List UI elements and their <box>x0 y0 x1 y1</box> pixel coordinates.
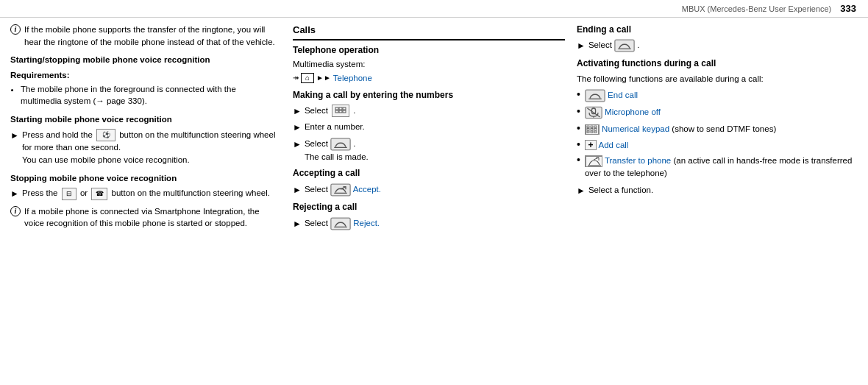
arrow-3: ► <box>293 105 302 118</box>
info-icon-2: i <box>10 206 21 216</box>
final-step-label: Select a function. <box>588 186 653 194</box>
ending-period: . <box>637 40 639 49</box>
dot-2: • <box>577 106 580 116</box>
info-text-2: If a mobile phone is connected via Smart… <box>24 205 278 230</box>
end-call-icon <box>585 89 605 102</box>
stop-button-icon1: ⊟ <box>62 188 77 200</box>
ending-title: Ending a call <box>577 24 858 36</box>
making-call-title: Making a call by entering the numbers <box>293 89 565 102</box>
reject-link[interactable]: Reject. <box>353 219 380 227</box>
end-call-link[interactable]: End call <box>608 91 638 99</box>
content-area: i If the mobile phone supports the trans… <box>0 18 868 385</box>
accepting-step-label: Select <box>305 185 328 194</box>
arrow-5: ► <box>293 138 302 151</box>
svg-rect-8 <box>331 184 350 196</box>
accept-link[interactable]: Accept. <box>353 185 381 194</box>
bullet1-content: End call <box>585 89 638 102</box>
header-title: MBUX (Mercedes-Benz User Experience) <box>682 4 832 13</box>
voice-step1: ► Press and hold the ⚽ button on the mul… <box>10 129 278 166</box>
arrow-7: ► <box>293 218 302 230</box>
period1: . <box>353 106 355 115</box>
bullet-mic-off: • Microphone off <box>577 106 858 119</box>
end-phone-icon <box>614 39 635 52</box>
rejecting-step: ► Select Reject. <box>293 217 565 230</box>
final-step-content: Select a function. <box>588 184 858 197</box>
bullet4-content: + Add call <box>585 139 628 152</box>
accept-phone-icon <box>330 183 351 197</box>
mic-off-link[interactable]: Microphone off <box>605 107 661 116</box>
section3-title: Stopping mobile phone voice recognition <box>10 172 278 185</box>
step2c-text: button on the multifunction steering whe… <box>112 188 270 197</box>
final-step: ► Select a function. <box>577 184 858 197</box>
accepting-step: ► Select Accept. <box>293 183 565 197</box>
bullet-transfer: • Transfer to phone (an active call in h… <box>577 155 858 180</box>
nav-path: ↠ ⌂ ►► Telephone <box>293 72 565 85</box>
header-bar: MBUX (Mercedes-Benz User Experience) 333 <box>0 0 868 18</box>
period2: . <box>353 139 355 148</box>
making-step3-label: Select <box>305 139 328 148</box>
grid-icon: ​ <box>332 105 349 117</box>
req-bullet: The mobile phone in the foreground is co… <box>21 83 278 107</box>
dot-4: • <box>577 139 580 149</box>
stop-step1: ► Press the ⊟ or ☎ button on the multifu… <box>10 187 278 200</box>
section1-title: Starting/stopping mobile phone voice rec… <box>10 54 278 66</box>
making-step2-content: Enter a number. <box>305 121 565 133</box>
keypad-link[interactable]: Numerical keypad <box>602 124 669 133</box>
making-step2: ► Enter a number. <box>293 121 565 134</box>
section2-title: Starting mobile phone voice recognition <box>10 113 278 126</box>
bullet5-content: Transfer to phone (an active call in han… <box>585 155 858 180</box>
arrow-6: ► <box>293 184 302 197</box>
page-number: 333 <box>840 3 856 14</box>
svg-rect-5 <box>343 110 346 113</box>
dot-5: • <box>577 155 580 165</box>
step2-text: Press the <box>22 188 58 197</box>
nav-arrow-1: ↠ <box>293 73 299 84</box>
info-icon-1: i <box>10 24 21 35</box>
svg-rect-4 <box>339 110 342 113</box>
bullet-keypad: • <box>577 123 858 135</box>
making-step3: ► Select . The call is made. <box>293 138 565 163</box>
svg-rect-6 <box>331 138 350 150</box>
arrow-9: ► <box>577 185 586 197</box>
accepting-step-content: Select Accept. <box>305 183 565 197</box>
rejecting-title: Rejecting a call <box>293 201 565 213</box>
svg-rect-11 <box>331 218 350 230</box>
add-call-link[interactable]: Add call <box>598 141 628 149</box>
stop-step1-content: Press the ⊟ or ☎ button on the multifunc… <box>22 187 278 199</box>
multimedia-label: Multimedia system: <box>293 58 565 71</box>
voice-step1-content: Press and hold the ⚽ button on the multi… <box>22 129 278 166</box>
activating-title: Activating functions during a call <box>577 57 858 70</box>
ending-step-label: Select <box>588 40 612 49</box>
left-column: i If the mobile phone supports the trans… <box>10 24 290 381</box>
rejecting-step-content: Select Reject. <box>305 217 565 230</box>
transfer-icon <box>585 155 602 167</box>
requirements-list: The mobile phone in the foreground is co… <box>21 83 278 107</box>
arrow-8: ► <box>577 40 586 52</box>
telephone-op-title: Telephone operation <box>293 44 565 57</box>
ending-step: ► Select . <box>577 39 858 52</box>
svg-rect-3 <box>335 110 338 113</box>
nav-telephone-link[interactable]: Telephone <box>333 72 372 85</box>
calls-header: Calls <box>293 24 565 40</box>
making-step3-content: Select . The call is made. <box>305 138 565 163</box>
making-step1-label: Select <box>305 106 328 115</box>
ending-step-content: Select . <box>588 39 858 52</box>
bullet-end-call: • End call <box>577 89 858 102</box>
step1c-text: You can use mobile phone voice recogniti… <box>22 155 190 164</box>
making-step3b: The call is made. <box>305 152 369 161</box>
making-step1-content: Select ​ . <box>305 105 565 117</box>
keypad-icon <box>585 124 600 135</box>
making-step1: ► Select ​ . <box>293 105 565 118</box>
nav-arrow-2: ►► <box>316 73 331 84</box>
svg-rect-1 <box>339 107 342 110</box>
dot-3: • <box>577 123 580 133</box>
arrow-4: ► <box>293 121 302 134</box>
info-block-1: i If the mobile phone supports the trans… <box>10 24 278 48</box>
svg-rect-2 <box>343 107 346 110</box>
info-text-1: If the mobile phone supports the transfe… <box>24 24 278 48</box>
transfer-link[interactable]: Transfer to phone <box>605 156 671 165</box>
header-right: MBUX (Mercedes-Benz User Experience) 333 <box>682 3 856 14</box>
middle-column: Calls Telephone operation Multimedia sys… <box>290 24 577 381</box>
arrow-2: ► <box>10 188 19 200</box>
page-container: MBUX (Mercedes-Benz User Experience) 333… <box>0 0 868 385</box>
